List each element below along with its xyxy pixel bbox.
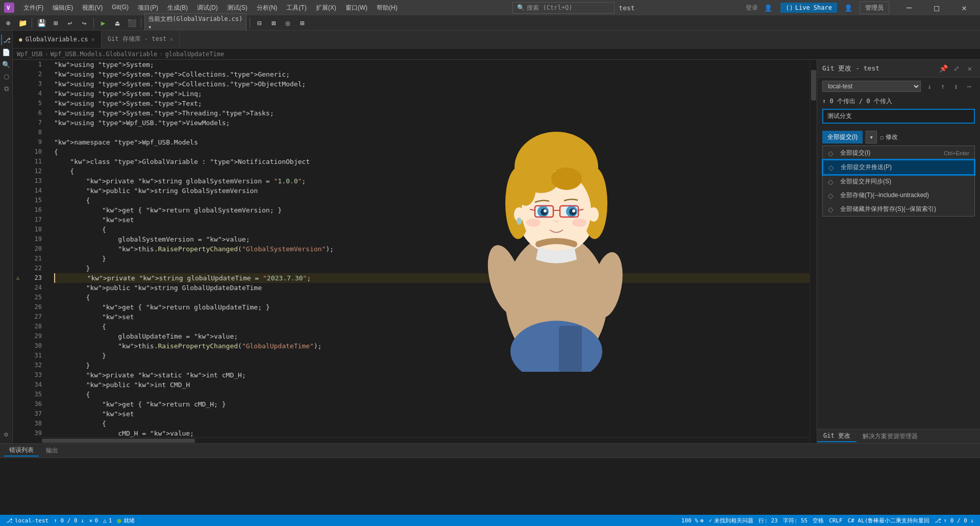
status-text: 就绪 (124, 517, 135, 524)
sidebar-settings-icon[interactable]: ⚙ (1, 429, 11, 439)
git-fetch-icon[interactable]: ↓ (924, 81, 935, 92)
commit-icon: ◇ (828, 149, 836, 157)
menu-tools[interactable]: 工具(T) (282, 3, 310, 13)
sidebar-ext-icon[interactable]: ⧉ (1, 84, 11, 94)
sidebar-debug-icon[interactable]: ⬡ (1, 71, 11, 82)
status-sync[interactable]: ↑ 0 / 0 ↓ (52, 515, 86, 526)
menu-build[interactable]: 生成(B) (163, 3, 192, 13)
admin-label: 管理员 (865, 4, 884, 11)
tab-globalvariable-close[interactable]: ✕ (91, 36, 94, 43)
toolbar: ⊕ 📁 💾 ⊞ ↩ ↪ ▶ ⏏ ⬛ 当前文档(GlobalVariable.cs… (0, 15, 980, 31)
new-file-btn[interactable]: ⊕ (2, 17, 14, 29)
commit-button[interactable]: 全部提交(I) (822, 131, 863, 144)
git-expand-icon[interactable]: ⤢ (951, 63, 962, 74)
sidebar-git-icon[interactable]: ⎇ (1, 35, 11, 45)
status-errors[interactable]: ✕ 0 (87, 515, 100, 526)
close-button[interactable]: ✕ (952, 0, 976, 15)
attach-btn[interactable]: ⏏ (111, 17, 124, 29)
git-push-icon[interactable]: ↑ (937, 81, 948, 92)
status-left: ⎇ local-test ↑ 0 / 0 ↓ ✕ 0 △ 1 ● 就绪 (4, 515, 137, 526)
git-pin-icon[interactable]: 📌 (938, 63, 948, 74)
git-menu-commit-sync[interactable]: ◇ 全部提交并同步(S) (823, 175, 974, 188)
debug-btn[interactable]: ⬛ (126, 17, 138, 29)
toolbar-sep-3 (141, 18, 141, 28)
git-changes-tab[interactable]: Git 更改 (817, 431, 856, 442)
login-label[interactable]: 登录 (746, 4, 758, 12)
git-pull-icon[interactable]: ↕ (950, 81, 962, 92)
editor-scrollbar[interactable] (810, 60, 817, 443)
tab-gitrepo[interactable]: Git 存储库 - test ✕ (102, 31, 180, 48)
menu-file[interactable]: 文件(F) (19, 3, 47, 13)
menu-test[interactable]: 测试(S) (223, 3, 252, 13)
menu-edit[interactable]: 编辑(E) (48, 3, 77, 13)
sidebar-search-icon[interactable]: 🔍 (1, 59, 11, 69)
menu-window[interactable]: 窗口(W) (341, 3, 372, 13)
git-menu-commit-push[interactable]: ◇ 全部提交并推送(P) (823, 160, 974, 175)
status-spaces[interactable]: 空格 (811, 515, 826, 526)
status-line[interactable]: 行: 23 (756, 515, 780, 526)
redo-btn[interactable]: ↪ (78, 17, 90, 29)
search-box[interactable]: 🔍 搜索 (Ctrl+Q) (512, 2, 615, 14)
current-file-dropdown[interactable]: 当前文档(GlobalVariable.cs) ▾ (144, 13, 247, 32)
minimize-button[interactable]: ─ (897, 0, 921, 15)
menu-debug[interactable]: 调试(D) (193, 3, 222, 13)
menu-analyze[interactable]: 分析(N) (253, 3, 282, 13)
toolbar-btn-3[interactable]: ◎ (282, 17, 294, 29)
editor-and-git: ⚠ 12345678910111213141516171819202122232… (13, 60, 980, 443)
git-more-icon[interactable]: ⋯ (964, 81, 975, 92)
save-btn[interactable]: 💾 (35, 17, 47, 29)
commit-all-shortcut: Ctrl+Enter (944, 150, 969, 156)
git-dropdown-menu: ◇ 全部提交(I) Ctrl+Enter ◇ 全部提交并推送(P) ◇ 全部提交… (822, 146, 975, 217)
status-warnings[interactable]: △ 1 (101, 515, 114, 526)
sync-label: ↑ 0 / 0 ↓ (54, 517, 84, 524)
status-lang[interactable]: C# AL(鲁棒最小二乘支持向量回 (846, 515, 932, 526)
undo-btn[interactable]: ↩ (64, 17, 76, 29)
commit-dropdown[interactable]: ▾ (866, 131, 877, 144)
git-menu-commit-all[interactable]: ◇ 全部提交(I) Ctrl+Enter (823, 146, 974, 160)
toolbar-btn-1[interactable]: ⊟ (253, 17, 265, 29)
breadcrumb-member[interactable]: globalUpdateTime (165, 51, 225, 58)
stash-icon: ◇ (828, 192, 836, 200)
code-scroll[interactable]: ⚠ 12345678910111213141516171819202122232… (13, 60, 817, 443)
status-crlf[interactable]: CRLF (827, 515, 845, 526)
git-modify-checkbox[interactable]: ☐ 修改 (880, 133, 898, 141)
run-btn[interactable]: ▶ (97, 17, 109, 29)
status-no-issues[interactable]: ✓ 未找到相关问题 (707, 515, 756, 526)
solution-explorer-tab[interactable]: 解决方案资源管理器 (856, 431, 924, 442)
bottom-content (0, 458, 980, 515)
menu-view[interactable]: 视图(V) (78, 3, 107, 13)
git-branch-icon: ⎇ (6, 517, 13, 524)
save-all-btn[interactable]: ⊞ (50, 17, 62, 29)
git-branch-select[interactable]: local-test (822, 81, 921, 92)
open-btn[interactable]: 📁 (16, 17, 29, 29)
bottom-tab-output[interactable]: 输出 (41, 445, 63, 456)
breadcrumb-project[interactable]: Wpf_USB (17, 51, 43, 58)
char-label: 字符: 55 (783, 517, 808, 524)
tab-globalvariable[interactable]: ● GlobalVariable.cs ✕ (13, 31, 102, 48)
git-menu-stash-all[interactable]: ◇ 全部存储(T)(--include-untracked) (823, 188, 974, 202)
status-git-status[interactable]: ⎇ ↑ 0 / 0 ↓ (933, 515, 976, 526)
toolbar-sep-4 (250, 18, 250, 28)
tab-gitrepo-close[interactable]: ✕ (169, 36, 173, 43)
breadcrumb-namespace[interactable]: Wpf_USB.Models.GlobalVariable (51, 51, 158, 58)
live-share-button[interactable]: ⟨⟩ Live Share (780, 3, 837, 13)
git-close-icon[interactable]: ✕ (965, 63, 975, 74)
sidebar-files-icon[interactable]: 📄 (1, 47, 11, 57)
git-menu-stash-keep[interactable]: ◇ 全部储藏并保持暂存(S)(--保留索引) (823, 202, 974, 216)
menu-git[interactable]: Git(G) (108, 3, 133, 13)
menu-help[interactable]: 帮助(H) (373, 3, 402, 13)
menu-project[interactable]: 项目(P) (134, 3, 162, 13)
git-panel: Git 更改 - test 📌 ⤢ ✕ local-test (817, 60, 980, 443)
spacer (817, 125, 980, 129)
tab-gitrepo-label: Git 存储库 - test (108, 35, 166, 43)
toolbar-btn-2[interactable]: ⊠ (267, 17, 280, 29)
admin-button[interactable]: 管理员 (860, 2, 889, 14)
editor-hscrollbar[interactable] (41, 437, 810, 443)
menu-extensions[interactable]: 扩展(X) (312, 3, 340, 13)
maximize-button[interactable]: □ (925, 0, 948, 15)
toolbar-btn-4[interactable]: ⊞ (296, 17, 308, 29)
status-zoom[interactable]: 100 % ⊛ (679, 515, 706, 526)
status-git-branch[interactable]: ⎇ local-test (4, 515, 51, 526)
status-char[interactable]: 字符: 55 (781, 515, 810, 526)
bottom-tab-errors[interactable]: 错误列表 (4, 445, 39, 457)
